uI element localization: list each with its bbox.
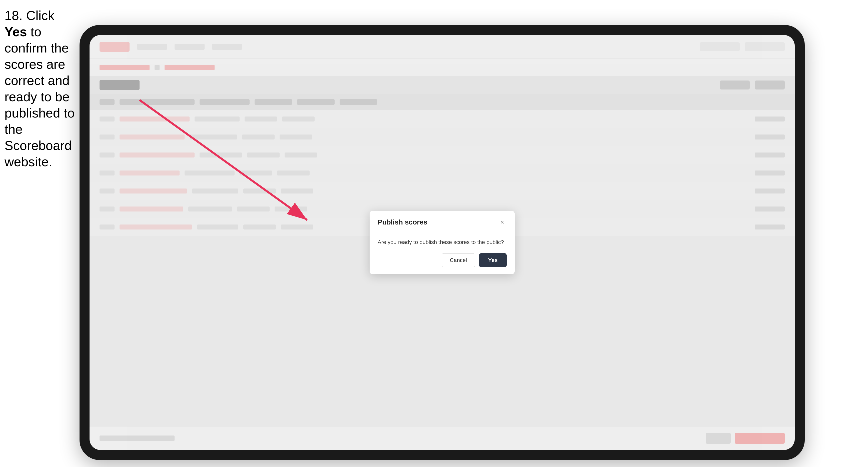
dialog-header: Publish scores × [370,211,515,232]
yes-button[interactable]: Yes [479,253,507,267]
dialog-title: Publish scores [378,218,427,226]
tablet-device: Publish scores × Are you ready to publis… [80,25,805,460]
dialog-footer: Cancel Yes [370,253,515,274]
instruction-text: 18. Click Yes to confirm the scores are … [4,7,77,170]
dialog-body: Are you ready to publish these scores to… [370,232,515,253]
publish-scores-dialog: Publish scores × Are you ready to publis… [370,211,515,274]
tablet-screen: Publish scores × Are you ready to publis… [90,35,795,450]
yes-emphasis: Yes [4,25,27,39]
step-number: 18. [4,8,23,23]
dialog-close-button[interactable]: × [498,218,507,227]
instruction-suffix: to confirm the scores are correct and re… [4,25,74,169]
cancel-button[interactable]: Cancel [442,253,475,267]
dialog-message: Are you ready to publish these scores to… [378,238,507,246]
instruction-prefix: Click [26,8,55,23]
